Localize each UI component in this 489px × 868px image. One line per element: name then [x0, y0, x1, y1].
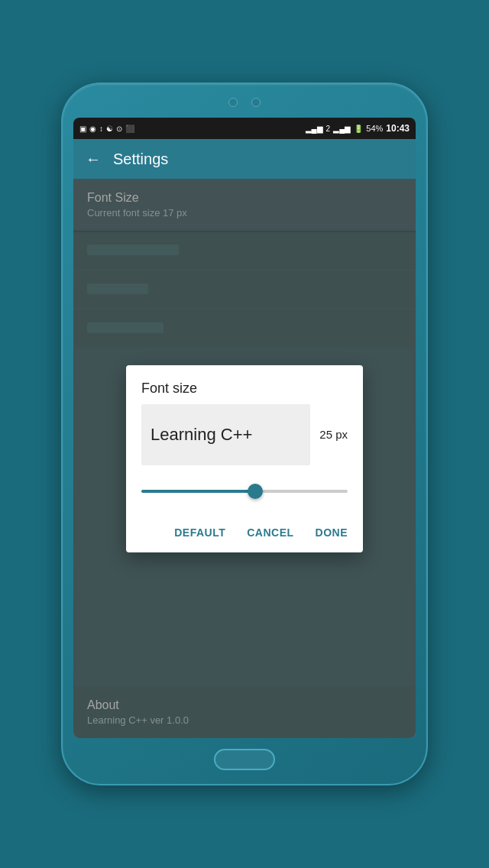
home-button[interactable] [214, 749, 275, 770]
back-button[interactable]: ← [86, 151, 101, 168]
status-icons-left: ▣ ◉ ↕ ☯ ⊙ ⬛ [79, 125, 134, 133]
signal-icon-2: ▂▄▆ [333, 125, 351, 133]
network-icon: 2 [326, 125, 331, 133]
status-icon-6: ⬛ [125, 125, 134, 133]
preview-box: Learning C++ [141, 404, 310, 465]
status-bar: ▣ ◉ ↕ ☯ ⊙ ⬛ ▂▄▆ 2 ▂▄▆ 🔋 54% 10:43 [73, 118, 416, 139]
preview-text: Learning C++ [151, 425, 252, 445]
dialog-buttons: DEFAULT CANCEL DONE [126, 517, 363, 552]
settings-content: Font Size Current font size 17 px About … [73, 179, 416, 738]
status-icon-2: ◉ [89, 125, 96, 133]
phone-top-bar [73, 98, 416, 107]
font-size-dialog: Font size Learning C++ 25 px [126, 365, 363, 552]
slider-thumb[interactable] [248, 484, 263, 499]
dialog-overlay: Font size Learning C++ 25 px [73, 179, 416, 738]
default-button[interactable]: DEFAULT [165, 520, 235, 545]
cancel-button[interactable]: CANCEL [238, 520, 303, 545]
status-right: ▂▄▆ 2 ▂▄▆ 🔋 54% 10:43 [306, 123, 410, 134]
time-display: 10:43 [386, 123, 410, 134]
phone-screen: ▣ ◉ ↕ ☯ ⊙ ⬛ ▂▄▆ 2 ▂▄▆ 🔋 54% 10:43 ← Sett… [73, 118, 416, 738]
status-icon-1: ▣ [79, 125, 86, 133]
slider-container[interactable] [126, 474, 363, 517]
slider-track[interactable] [141, 490, 348, 493]
app-bar-title: Settings [113, 151, 168, 168]
done-button[interactable]: DONE [306, 520, 357, 545]
camera-dot-left [228, 98, 238, 107]
phone-bottom [214, 749, 275, 770]
dialog-title: Font size [126, 365, 363, 404]
dialog-preview-area: Learning C++ 25 px [126, 404, 363, 474]
battery-icon: 🔋 [354, 125, 363, 133]
font-size-value: 25 px [319, 428, 348, 441]
status-icon-3: ↕ [99, 125, 103, 133]
app-bar: ← Settings [73, 139, 416, 179]
phone-frame: ▣ ◉ ↕ ☯ ⊙ ⬛ ▂▄▆ 2 ▂▄▆ 🔋 54% 10:43 ← Sett… [61, 83, 428, 785]
battery-percent: 54% [366, 124, 383, 133]
slider-fill [141, 490, 255, 493]
camera-dot-right [251, 98, 261, 107]
status-icon-4: ☯ [106, 125, 113, 133]
status-icon-5: ⊙ [116, 125, 122, 133]
signal-icon: ▂▄▆ [306, 125, 323, 133]
